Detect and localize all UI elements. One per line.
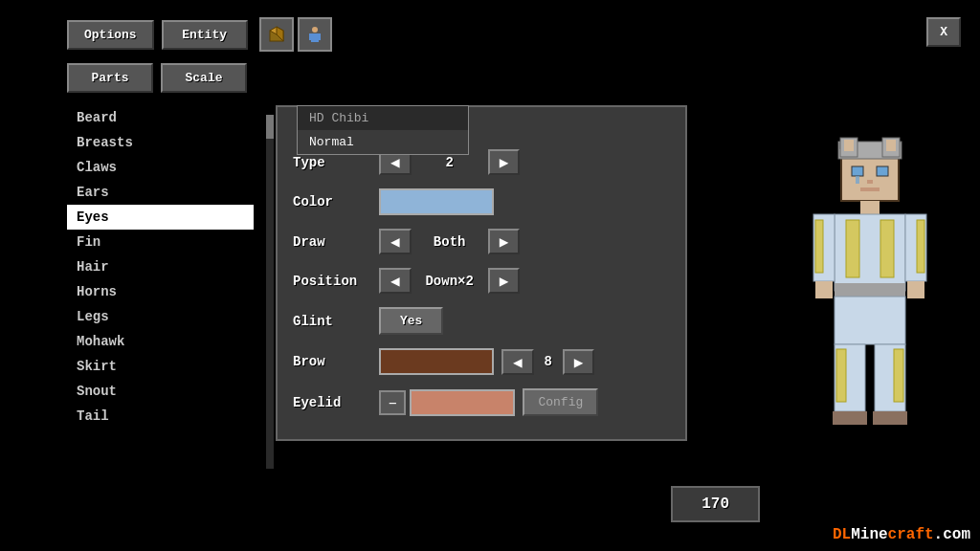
svg-rect-6 [317,33,321,40]
sidebar-item-horns[interactable]: Horns [67,279,254,304]
watermark-craft: craft [888,526,934,543]
draw-row: Draw ◀ Both ▶ [293,229,670,254]
svg-rect-19 [880,220,894,277]
sidebar-item-legs[interactable]: Legs [67,304,254,329]
eyelid-label: Eyelid [293,395,379,410]
bottom-value: 170 [671,486,760,522]
svg-rect-33 [873,411,907,425]
svg-rect-15 [860,187,880,191]
position-left-arrow[interactable]: ◀ [379,268,412,294]
svg-rect-25 [815,281,833,298]
svg-rect-36 [844,140,854,151]
brow-row: Brow ◀ 8 ▶ [293,348,670,375]
svg-rect-22 [815,220,823,273]
svg-rect-31 [894,349,903,402]
svg-rect-20 [835,283,905,297]
parts-button[interactable]: Parts [67,63,153,93]
brow-right-arrow[interactable]: ▶ [563,349,595,375]
svg-rect-32 [833,411,867,425]
brow-value: 8 [534,354,563,369]
watermark: DLMinecraft.com [833,526,970,543]
main-panel: Type ◀ 2 ▶ Color Draw ◀ Both ▶ Position … [276,105,687,441]
svg-rect-17 [835,214,905,291]
sidebar-item-hair[interactable]: Hair [67,254,254,279]
watermark-mine: Mine [851,526,887,543]
eyelid-minus-button[interactable]: − [379,390,406,415]
brow-label: Brow [293,354,379,369]
scrollbar[interactable] [266,115,274,469]
type-value: 2 [412,155,488,170]
entity-button[interactable]: Entity [162,20,248,50]
svg-rect-29 [836,349,846,402]
draw-right-arrow[interactable]: ▶ [488,229,521,254]
svg-rect-13 [856,176,859,184]
type-label: Type [293,155,379,170]
draw-label: Draw [293,234,379,250]
sidebar-item-breasts[interactable]: Breasts [67,130,254,155]
type-dropdown[interactable]: HD Chibi Normal [297,105,469,155]
icon-button-2[interactable] [298,17,332,52]
icon-button-1[interactable] [259,17,294,52]
eyelid-color-swatch[interactable] [410,389,515,416]
character-svg [798,134,942,440]
sidebar-item-tail[interactable]: Tail [67,404,254,429]
color-label: Color [293,194,379,209]
watermark-dl: DL [833,526,851,543]
type-right-arrow[interactable]: ▶ [488,149,521,175]
sidebar-item-snout[interactable]: Snout [67,379,254,404]
draw-value: Both [412,234,488,250]
watermark-rest: .com [934,526,970,543]
scale-button[interactable]: Scale [161,63,247,93]
svg-rect-16 [860,201,880,214]
glint-row: Glint Yes [293,307,670,335]
config-button[interactable]: Config [523,388,598,416]
svg-rect-27 [835,297,905,344]
close-button[interactable]: X [926,17,961,47]
dropdown-item-normal[interactable]: Normal [298,130,468,154]
scrollbar-thumb [266,115,274,139]
eyelid-row: Eyelid − Config [293,388,670,416]
svg-rect-26 [907,281,924,298]
character-preview [779,105,961,469]
svg-rect-5 [309,33,313,40]
cube-icon [267,25,286,44]
sidebar: Beard Breasts Claws Ears Eyes Fin Hair H… [67,105,254,429]
color-swatch[interactable] [379,188,494,215]
svg-rect-37 [886,140,896,151]
position-label: Position [293,274,379,289]
brow-color-swatch[interactable] [379,348,494,375]
svg-rect-11 [852,166,863,176]
sidebar-item-skirt[interactable]: Skirt [67,354,254,379]
position-right-arrow[interactable]: ▶ [488,268,521,294]
svg-point-3 [312,27,318,33]
sidebar-item-eyes[interactable]: Eyes [67,205,254,230]
options-button[interactable]: Options [67,20,154,50]
dropdown-item-hdchibi[interactable]: HD Chibi [298,106,468,130]
glint-button[interactable]: Yes [379,307,443,335]
sidebar-item-fin[interactable]: Fin [67,230,254,254]
brow-left-arrow[interactable]: ◀ [501,349,534,375]
svg-rect-18 [846,220,859,277]
sidebar-item-beard[interactable]: Beard [67,105,254,130]
position-row: Position ◀ Down×2 ▶ [293,268,670,294]
position-value: Down×2 [412,274,488,289]
color-row: Color [293,188,670,215]
sidebar-item-ears[interactable]: Ears [67,180,254,205]
person-icon [305,25,324,44]
svg-rect-14 [867,180,873,184]
glint-label: Glint [293,314,379,329]
sidebar-item-claws[interactable]: Claws [67,155,254,180]
svg-rect-12 [877,166,888,176]
sidebar-item-mohawk[interactable]: Mohawk [67,329,254,354]
svg-rect-24 [917,220,924,273]
draw-left-arrow[interactable]: ◀ [379,229,412,254]
